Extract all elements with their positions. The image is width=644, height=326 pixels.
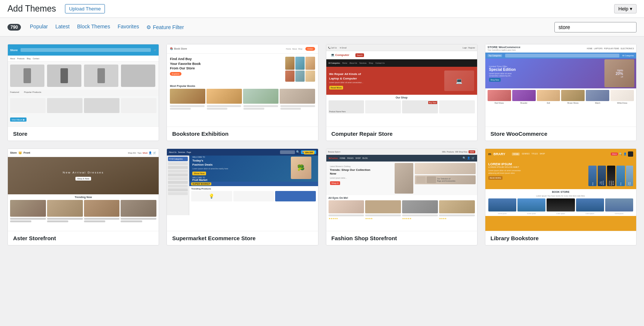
tab-latest[interactable]: Latest — [52, 19, 72, 35]
tab-block-themes[interactable]: Block Themes — [74, 19, 113, 35]
theme-name-fashion: Fashion Shop Storefront — [326, 231, 477, 245]
theme-name-storefront: Aster Storefront — [8, 231, 159, 245]
theme-card-library[interactable]: m BRARY HOME GENRES TITLES SHOP SALE 🔍 👤 — [485, 148, 637, 245]
feature-filter-link[interactable]: ⚙ Feature Filter — [143, 20, 187, 35]
theme-preview-computer: 📞 Call Us ✉ Email Login Register 💻 Compu… — [326, 44, 477, 126]
theme-card-computer[interactable]: 📞 Call Us ✉ Email Login Register 💻 Compu… — [326, 44, 477, 141]
theme-card-storefront[interactable]: Store 👑 Front Shop All ▾ Tops SALE 👤 🛒 — [7, 148, 159, 245]
theme-name-supermarket: Supermarket Ecommerce Store — [167, 231, 318, 245]
theme-card-bookstore[interactable]: 📚 Book Store Home About Shop Order Find … — [167, 44, 318, 141]
theme-preview-bookstore: 📚 Book Store Home About Shop Order Find … — [167, 44, 318, 126]
search-input[interactable] — [554, 22, 637, 32]
theme-preview-supermarket: About Us Services Page 🔍 📦 My Discount ☰… — [167, 149, 318, 231]
page-title: Add Themes — [7, 4, 56, 14]
theme-preview-library: m BRARY HOME GENRES TITLES SHOP SALE 🔍 👤 — [485, 149, 636, 231]
nav-bar: 790 Popular Latest Block Themes Favorite… — [0, 18, 644, 37]
theme-name-woocommerce: Store WooCommerce — [485, 126, 636, 141]
gear-icon: ⚙ — [146, 24, 151, 30]
help-label: Help — [618, 6, 628, 12]
theme-count-badge: 790 — [7, 24, 21, 31]
tab-popular[interactable]: Popular — [27, 19, 51, 35]
theme-card-fashion[interactable]: Browse Style ▾ 999+ Products 999 Shop No… — [326, 148, 477, 245]
theme-preview-fashion: Browse Style ▾ 999+ Products 999 Shop No… — [326, 149, 477, 231]
tab-favorites[interactable]: Favorites — [115, 19, 142, 35]
theme-card-supermarket[interactable]: About Us Services Page 🔍 📦 My Discount ☰… — [167, 148, 318, 245]
theme-name-library: Library Bookstore — [485, 231, 636, 245]
theme-name-bookstore: Bookstore Exhibition — [167, 126, 318, 141]
search-bar — [554, 22, 637, 32]
theme-preview-storefront: Store 👑 Front Shop All ▾ Tops SALE 👤 🛒 — [8, 149, 159, 231]
theme-name-store: Store — [8, 126, 159, 141]
themes-grid: Store 🛒 About Products Blog Contact — [0, 37, 644, 253]
chevron-down-icon: ▾ — [630, 6, 632, 12]
theme-preview-store: Store 🛒 About Products Blog Contact — [8, 44, 159, 126]
help-button[interactable]: Help ▾ — [614, 4, 637, 13]
upload-theme-button[interactable]: Upload Theme — [65, 4, 105, 13]
theme-card-store[interactable]: Store 🛒 About Products Blog Contact — [7, 44, 159, 141]
feature-filter-label: Feature Filter — [153, 24, 184, 30]
top-bar: Add Themes Upload Theme Help ▾ — [0, 0, 644, 18]
theme-preview-woocommerce: STORE WooCommerce Your marvellous taglin… — [485, 44, 636, 126]
theme-card-woocommerce[interactable]: STORE WooCommerce Your marvellous taglin… — [485, 44, 637, 141]
theme-name-computer: Computer Repair Store — [326, 126, 477, 141]
